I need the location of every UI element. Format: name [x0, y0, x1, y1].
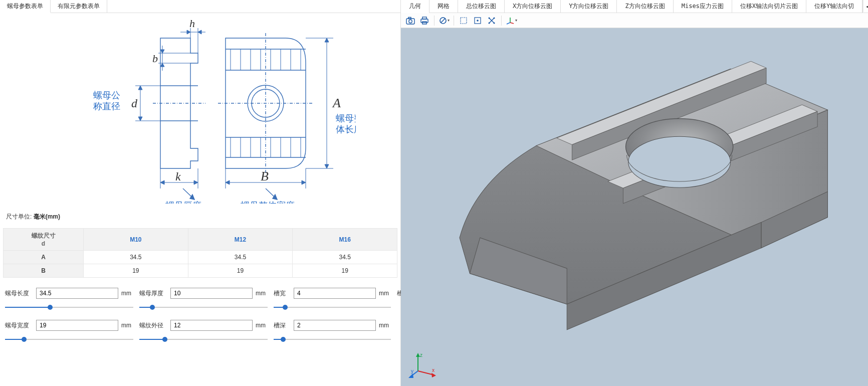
svg-marker-87: [431, 373, 436, 377]
svg-point-71: [477, 20, 479, 22]
svg-text:y: y: [411, 368, 413, 374]
table-col: M16: [293, 229, 397, 251]
svg-line-79: [510, 23, 514, 24]
unit-prefix: 尺寸单位:: [6, 213, 34, 220]
unit: mm: [121, 290, 133, 297]
dim-A: A: [332, 96, 341, 110]
svg-marker-51: [325, 164, 329, 168]
svg-marker-58: [190, 195, 194, 200]
left-tabs: 螺母参数表单 有限元参数表单: [0, 0, 400, 13]
fit-view-button[interactable]: ▾: [438, 15, 451, 27]
table-cell: 19: [188, 264, 293, 278]
table-corner-l1: 螺纹尺寸: [8, 232, 79, 240]
width-slider[interactable]: [5, 336, 133, 343]
param-slot-width: 槽宽 mm: [274, 288, 391, 311]
unit-value: 毫米(mm): [34, 213, 60, 220]
svg-text:x: x: [432, 367, 435, 373]
unit: mm: [379, 322, 391, 329]
param-label: 螺母厚度: [139, 289, 167, 298]
label-diameter-l2: 称直径: [93, 101, 120, 111]
chevron-left-icon: ◀: [866, 4, 868, 9]
svg-marker-21: [160, 50, 164, 53]
tab-slice-x[interactable]: 位移X轴法向切片云图: [732, 0, 806, 13]
tab-mises[interactable]: Mises应力云图: [674, 0, 732, 13]
unit: mm: [379, 290, 391, 297]
box-select-icon: [460, 17, 468, 25]
unit: mm: [256, 290, 268, 297]
svg-rect-64: [421, 19, 428, 23]
center-select-icon: [474, 17, 482, 25]
axes-button[interactable]: ▾: [505, 15, 518, 27]
svg-point-75: [494, 17, 495, 19]
thread-od-input[interactable]: [170, 320, 253, 331]
slot-width-slider[interactable]: [274, 304, 391, 311]
nut-diagram: d k h: [45, 18, 356, 204]
right-toolbar: ▾ ▾: [401, 13, 868, 28]
thread-od-slider[interactable]: [139, 336, 268, 343]
no-sign-icon: [439, 17, 447, 25]
label-length-l1: 螺母整: [336, 113, 356, 123]
unit-note: 尺寸单位: 毫米(mm): [0, 209, 400, 225]
unit: mm: [121, 322, 133, 329]
svg-marker-50: [325, 38, 329, 42]
tab-label: 螺母参数表单: [7, 2, 43, 11]
label-length-l2: 体长度: [336, 124, 356, 134]
unit: mm: [256, 322, 268, 329]
param-label: 槽宽: [274, 289, 291, 298]
svg-marker-90: [408, 373, 413, 378]
cross-select-button[interactable]: [485, 15, 498, 27]
param-label: 螺纹外径: [139, 321, 167, 330]
svg-marker-16: [187, 30, 190, 34]
svg-rect-63: [408, 17, 411, 19]
box-select-button[interactable]: [457, 15, 470, 27]
label-diameter-l1: 螺母公: [93, 90, 120, 100]
svg-marker-7: [138, 117, 142, 121]
thickness-input[interactable]: [170, 288, 253, 299]
svg-point-76: [489, 22, 490, 24]
svg-marker-11: [160, 180, 164, 184]
param-label: 螺母长度: [5, 289, 33, 298]
model-view: [401, 28, 868, 386]
viewport-3d[interactable]: z x y: [401, 28, 868, 386]
slot-width-input[interactable]: [294, 288, 376, 299]
param-thread-od: 螺纹外径 mm: [139, 320, 268, 343]
toolbar-separator: [501, 16, 502, 26]
tab-z-disp[interactable]: Z方向位移云图: [617, 0, 673, 13]
center-select-button[interactable]: [471, 15, 484, 27]
right-panel: 几何 网格 总位移云图 X方向位移云图 Y方向位移云图 Z方向位移云图 Mise…: [401, 0, 868, 386]
tab-x-disp[interactable]: X方向位移云图: [505, 0, 561, 13]
tab-nut-params[interactable]: 螺母参数表单: [0, 0, 51, 13]
tab-y-disp[interactable]: Y方向位移云图: [561, 0, 617, 13]
tab-geometry[interactable]: 几何: [401, 0, 429, 13]
printer-icon: [420, 17, 429, 25]
slot-depth-slider[interactable]: [274, 336, 391, 343]
table-col: M12: [188, 229, 293, 251]
tab-slice-y[interactable]: 位移Y轴法向切: [806, 0, 862, 13]
table-col: M10: [84, 229, 188, 251]
label-thickness: 螺母厚度: [165, 201, 201, 204]
diagram-area: d k h: [0, 13, 400, 209]
slot-depth-input[interactable]: [294, 320, 376, 331]
app-root: 螺母参数表单 有限元参数表单: [0, 0, 868, 386]
toolbar-separator: [454, 16, 454, 26]
svg-line-80: [507, 23, 510, 24]
tab-nav-left[interactable]: ◀: [863, 0, 868, 13]
svg-marker-55: [226, 180, 230, 184]
tab-total-disp[interactable]: 总位移云图: [458, 0, 505, 13]
dim-k: k: [175, 170, 181, 183]
svg-marker-17: [198, 30, 201, 34]
tab-fea-params[interactable]: 有限元参数表单: [51, 0, 107, 13]
print-button[interactable]: [418, 15, 431, 27]
dim-b: b: [152, 52, 158, 65]
param-slot-depth: 槽深 mm: [274, 320, 391, 343]
chevron-down-icon: ▾: [515, 18, 517, 23]
left-panel: 螺母参数表单 有限元参数表单: [0, 0, 401, 386]
tab-mesh[interactable]: 网格: [429, 0, 458, 13]
table-row-label: A: [4, 251, 84, 264]
length-slider[interactable]: [5, 304, 133, 311]
width-input[interactable]: [36, 320, 118, 331]
thickness-slider[interactable]: [139, 304, 268, 311]
screenshot-button[interactable]: [404, 15, 417, 27]
table-cell: 19: [293, 264, 397, 278]
length-input[interactable]: [36, 288, 118, 299]
